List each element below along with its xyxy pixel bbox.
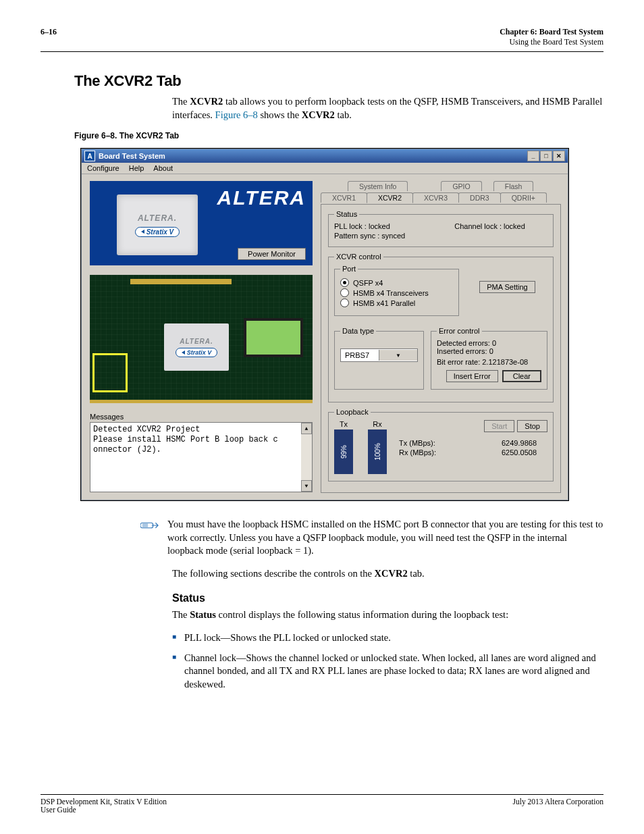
section-heading: The XCVR2 Tab xyxy=(74,72,603,90)
messages-textarea[interactable]: Detected XCVR2 Project Please install HS… xyxy=(90,422,313,492)
rx-label: Rx xyxy=(373,420,381,428)
bit-error-rate: Bit error rate: 2.121873e-08 xyxy=(437,358,541,366)
power-monitor-button[interactable]: Power Monitor xyxy=(238,248,306,260)
rx-mbps-label: Rx (MBps): xyxy=(399,448,436,457)
loopback-group: Loopback Tx 99% Rx xyxy=(328,408,554,481)
figure-link[interactable]: Figure 6–8 xyxy=(215,109,258,120)
tab-xcvr2[interactable]: XCVR2 xyxy=(367,192,413,203)
xcvr-control-group: XCVR control Port QSFP x4 HSMB xyxy=(328,253,554,402)
rx-bar: 100% xyxy=(368,429,387,474)
tx-mbps-value: 6249.9868 xyxy=(502,439,537,447)
inserted-errors: Inserted errors: 0 xyxy=(437,347,541,355)
start-button[interactable]: Start xyxy=(484,420,514,432)
pma-setting-button[interactable]: PMA Setting xyxy=(479,281,535,293)
app-window: A Board Test System _ □ ✕ Configure Help… xyxy=(81,149,568,500)
tabs-row-2: XCVR1 XCVR2 XCVR3 DDR3 QDRII+ xyxy=(321,192,561,203)
stratix-pill: Stratix V xyxy=(135,227,180,237)
detected-errors: Detected errors: 0 xyxy=(437,339,541,347)
post-note-paragraph: The following sections describe the cont… xyxy=(172,567,603,581)
status-intro: The Status control displays the followin… xyxy=(172,608,603,622)
bullet-pll-lock: PLL lock—Shows the PLL locked or unlocke… xyxy=(184,631,603,645)
figure-caption: Figure 6–8. The XCVR2 Tab xyxy=(74,131,603,140)
chapter-subtitle: Using the Board Test System xyxy=(500,37,603,47)
titlebar[interactable]: A Board Test System _ □ ✕ xyxy=(82,149,568,163)
tab-flash[interactable]: Flash xyxy=(493,181,534,191)
radio-off-icon xyxy=(340,288,349,297)
window-title: Board Test System xyxy=(99,152,165,160)
tx-label: Tx xyxy=(340,420,348,428)
port-group: Port QSFP x4 HSMB x4 Transceivers xyxy=(334,265,459,316)
intro-paragraph: The XCVR2 tab allows you to perform loop… xyxy=(172,95,603,122)
tabs-row-1: System Info GPIO Flash xyxy=(321,181,561,191)
menu-configure[interactable]: Configure xyxy=(87,164,119,172)
channel-lock-status: Channel lock : locked xyxy=(454,222,547,230)
radio-off-icon xyxy=(340,298,349,307)
promo-banner: ALTERA. Stratix V ALTERA Power Monitor xyxy=(90,181,313,265)
altera-logo-icon: ALTERA. xyxy=(138,213,177,223)
tab-qdrii[interactable]: QDRII+ xyxy=(500,192,547,203)
insert-error-button[interactable]: Insert Error xyxy=(446,370,498,382)
altera-big-logo: ALTERA xyxy=(217,186,306,209)
status-bullet-list: PLL lock—Shows the PLL locked or unlocke… xyxy=(172,631,603,691)
port-hsmb-xcvr-radio[interactable]: HSMB x4 Transceivers xyxy=(340,288,453,297)
clear-button[interactable]: Clear xyxy=(502,370,541,382)
tab-xcvr3[interactable]: XCVR3 xyxy=(412,192,459,203)
app-icon: A xyxy=(84,151,95,161)
maximize-button[interactable]: □ xyxy=(540,151,552,161)
board-image[interactable]: ALTERA. Stratix V xyxy=(90,275,313,403)
tab-gpio[interactable]: GPIO xyxy=(441,181,481,191)
data-type-group: Data type PRBS7 ▼ xyxy=(334,327,424,390)
chip-image: ALTERA. Stratix V xyxy=(117,194,198,255)
tx-mbps-label: Tx (MBps): xyxy=(399,439,435,447)
close-button[interactable]: ✕ xyxy=(553,151,565,161)
port-hsmb-parallel-radio[interactable]: HSMB x41 Parallel xyxy=(340,298,453,307)
note-hand-icon xyxy=(140,520,159,531)
rx-mbps-value: 6250.0508 xyxy=(502,448,537,457)
chevron-down-icon: ▼ xyxy=(379,350,417,361)
scroll-down-icon[interactable]: ▼ xyxy=(301,480,312,492)
scrollbar[interactable]: ▲ ▼ xyxy=(301,423,312,492)
pattern-sync-status: Pattern sync : synced xyxy=(334,232,427,240)
tab-system-info[interactable]: System Info xyxy=(348,181,408,191)
board-highlight xyxy=(92,353,128,392)
radio-on-icon xyxy=(340,278,349,287)
data-type-select[interactable]: PRBS7 ▼ xyxy=(340,348,418,362)
tab-xcvr1[interactable]: XCVR1 xyxy=(321,192,367,203)
note-text: You must have the loopback HSMC installe… xyxy=(167,518,603,558)
menu-about[interactable]: About xyxy=(153,164,173,172)
stop-button[interactable]: Stop xyxy=(517,420,547,432)
menu-help[interactable]: Help xyxy=(129,164,144,172)
status-heading: Status xyxy=(172,592,603,604)
page-footer: DSP Development Kit, Stratix V Edition U… xyxy=(41,794,603,814)
status-group: Status PLL lock : locked Channel lock : … xyxy=(328,210,554,247)
scroll-up-icon[interactable]: ▲ xyxy=(301,423,312,434)
board-cpu-icon: ALTERA. Stratix V xyxy=(164,323,229,371)
page-number: 6–16 xyxy=(41,27,57,47)
tab-panel: Status PLL lock : locked Channel lock : … xyxy=(321,204,561,493)
tab-ddr3[interactable]: DDR3 xyxy=(458,192,501,203)
error-control-group: Error control Detected errors: 0 Inserte… xyxy=(431,327,547,390)
tx-bar: 99% xyxy=(334,429,353,474)
minimize-button[interactable]: _ xyxy=(527,151,539,161)
messages-label: Messages xyxy=(90,413,313,421)
menubar: Configure Help About xyxy=(82,163,568,174)
port-qsfp-radio[interactable]: QSFP x4 xyxy=(340,278,453,287)
board-lcd-icon xyxy=(244,318,303,357)
pll-lock-status: PLL lock : locked xyxy=(334,222,427,230)
bullet-channel-lock: Channel lock—Shows the channel locked or… xyxy=(184,652,603,692)
chapter-title: Chapter 6: Board Test System xyxy=(500,27,603,37)
